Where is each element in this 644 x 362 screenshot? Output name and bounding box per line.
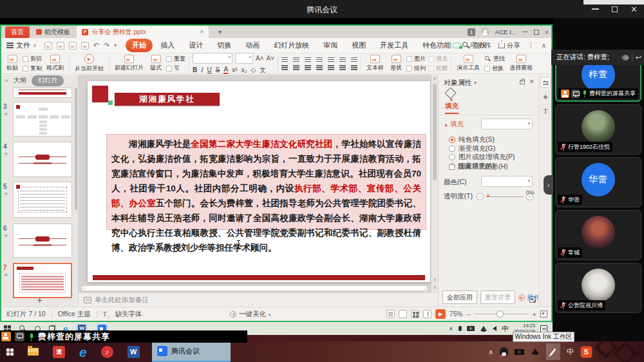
slide-thumb-partial[interactable] [1,88,78,98]
new-slide-button[interactable]: 新建幻灯片 [113,55,146,72]
zoom-in-button[interactable]: + [533,310,536,318]
previous-slide-icon[interactable]: ∧ [431,277,438,282]
slide-canvas[interactable]: 湖湘廉风学社 湖湘廉风学社是全国第二家大学生廉洁文化研究社团，学社始终以宣传廉洁… [88,81,430,282]
wps-document-tab[interactable]: P 分享会 费梓萱.pptx × [77,26,209,38]
start-button[interactable] [6,348,14,356]
char-format-6[interactable]: x² [232,66,237,73]
color-dropdown[interactable] [481,176,533,187]
slide-thumbnail-5[interactable]: 5★ [1,182,78,218]
tray-expand-icon[interactable]: ∧ [488,348,493,356]
wifi-icon[interactable] [531,348,540,355]
return-icon[interactable]: ↩ [636,53,641,62]
paste-button[interactable]: 粘贴 [5,55,20,72]
slide-deco-red-square[interactable] [92,86,108,102]
fill-option-3[interactable]: 图片或纹理填充(P) [449,153,515,162]
speaker-icon[interactable] [493,326,497,331]
paragraph-format-icon[interactable] [316,57,323,59]
slides-tab[interactable]: 幻灯片 [32,75,64,86]
object-properties-strip-icon[interactable] [540,77,551,88]
picture-button[interactable]: 图片 [406,55,426,63]
output-icon[interactable] [57,42,64,50]
cut-button[interactable]: 剪切 [23,55,42,63]
taskbar-clock[interactable]: 19:23 2020/7/29 [598,344,625,360]
fill-style-dropdown[interactable] [481,119,533,129]
participant-tile-2[interactable]: 行管1902石佳悦 [555,104,641,155]
fit-slide-icon[interactable] [540,310,547,318]
zoom-knob[interactable] [497,310,504,318]
fill-option-2[interactable]: 渐变填充(G) [449,144,495,153]
wifi-icon[interactable] [480,326,488,332]
hide-background-checkbox[interactable]: 隐藏背景图形(H) [449,162,508,171]
font-decrease-button[interactable]: A˅ [267,55,275,62]
netease-music-icon[interactable]: ♪ [101,346,113,358]
notes-toggle-icon[interactable] [386,310,395,318]
present-tools-button[interactable]: 演示工具 [455,55,482,72]
paragraph-format-icon[interactable] [281,65,288,66]
text-tool-strip-icon[interactable]: T [540,106,551,116]
thumbnail-preview[interactable] [13,224,72,258]
preview-icon[interactable] [81,42,89,50]
account-avatar[interactable] [481,28,489,36]
char-format-9[interactable]: 文 [260,66,266,75]
textbox-button[interactable]: 文本框 [365,55,386,72]
wps-restore-icon[interactable] [534,30,539,35]
props-close-icon[interactable]: ✕ [529,78,535,85]
tray-expand-icon[interactable]: ∧ [449,325,453,332]
scroll-left-icon[interactable]: ‹ [84,286,85,291]
quickbar-more-icon[interactable]: ▾ [114,43,117,48]
windows-ink-button[interactable] [546,343,560,360]
replace-button[interactable]: 替换 [484,64,505,73]
notification-icon[interactable] [540,325,547,332]
transparency-minus-button[interactable]: − [477,193,484,200]
file-explorer-icon[interactable] [28,348,39,356]
word-icon[interactable]: W [128,346,140,358]
qq-penguin-icon[interactable] [500,347,508,357]
more-options-icon[interactable]: ⋮ [527,41,535,50]
new-tab-button[interactable]: + [218,27,223,37]
tray-camera-icon[interactable] [467,326,475,331]
slide-thumbnail-4[interactable]: 4★ [1,142,78,177]
selection-handle[interactable] [108,100,113,105]
paragraph-format-icon[interactable] [316,65,323,66]
slide-thumbnail-7[interactable]: 7★ [1,263,78,298]
font-size-select[interactable] [235,53,253,64]
copy-button[interactable]: 复制 [23,64,42,73]
participant-tile-5[interactable]: 公管院祝川博 [555,263,641,313]
participant-tile-4[interactable]: 常城 [555,210,641,260]
paragraph-format-icon[interactable] [281,57,288,59]
font-increase-button[interactable]: A˄ [256,55,264,62]
zoom-out-button[interactable]: − [466,310,470,318]
redo-icon[interactable]: ↷ [104,41,109,50]
zoom-value[interactable]: 75% [450,310,462,318]
char-format-7[interactable]: x₂ [242,66,247,73]
camera-tray-icon[interactable] [515,349,524,355]
minimize-icon[interactable] [592,8,599,10]
arrange-button[interactable]: 排列 [406,64,426,73]
participant-tile-3[interactable]: 华蕾华蕾 [555,157,641,207]
scroll-up-icon[interactable]: ∧ [431,76,438,81]
account-name[interactable]: ACE I... [495,28,516,35]
cloud-sync-icon[interactable] [452,43,462,48]
paragraph-format-icon[interactable] [328,57,334,59]
zoom-slider[interactable] [475,314,529,315]
menu-tab-动画[interactable]: 动画 [239,39,266,52]
char-format-8[interactable]: ◇ [251,66,256,73]
horizontal-scrollbar[interactable]: ‹ › [81,285,428,291]
paragraph-format-icon[interactable] [339,65,346,66]
wps-home-tab[interactable]: 首页 [5,26,30,38]
thumbnail-preview[interactable] [13,142,72,177]
missing-font-label[interactable]: 缺失字体 [115,310,142,319]
menu-tab-插入[interactable]: 插入 [154,39,181,52]
paragraph-format-icon[interactable] [351,57,357,59]
close-icon[interactable]: ✕ [630,5,638,14]
menu-tab-审阅[interactable]: 审阅 [317,39,344,52]
find-button[interactable]: 查找 [484,55,505,63]
format-painter-button[interactable]: 格式刷 [44,55,66,72]
paragraph-format-icon[interactable] [305,57,311,59]
paragraph-format-icon[interactable] [339,57,346,59]
apply-all-button[interactable]: 全部应用 [442,291,477,304]
thumbnail-scrollbar[interactable] [75,88,77,210]
outline-tab[interactable]: 大纲 [14,76,26,85]
paragraph-format-icon[interactable] [293,65,299,66]
meeting-taskbar-button[interactable]: 腾讯会议 [152,341,231,362]
